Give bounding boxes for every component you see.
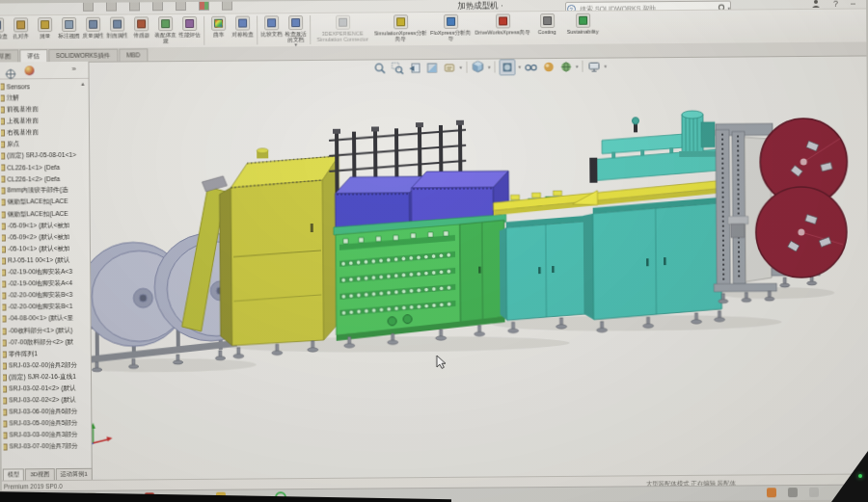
part-icon <box>2 199 6 206</box>
open-icon[interactable] <box>106 3 117 12</box>
display-manager-icon[interactable] <box>24 66 34 75</box>
tree-item[interactable]: -07-00散料部分<2> (默 <box>3 336 90 349</box>
part-icon <box>2 257 6 264</box>
tool-检查激活的文档[interactable]: 检查激活的文档▾ <box>284 14 308 46</box>
options-gear-icon[interactable] <box>222 2 232 11</box>
tool-质量属性[interactable]: 质量属性 <box>81 16 105 39</box>
hopper-cabinet[interactable] <box>219 147 340 345</box>
tree-item[interactable]: 前视基准面 <box>1 103 88 116</box>
tree-item[interactable]: SRJ-03-05-00治具5部分 <box>3 418 90 431</box>
tree-item[interactable]: (固定) SJR-02-16-直线1 <box>3 371 90 383</box>
tree-item[interactable]: CL226-1<1> (Defa <box>1 161 88 173</box>
zoom-fit-icon[interactable] <box>372 61 387 75</box>
tree-item[interactable]: -05-09<1> (默认<被加 <box>2 220 89 232</box>
view-orientation-cube-icon[interactable] <box>471 60 485 74</box>
minimize-icon[interactable]: ‒ <box>851 0 855 9</box>
tree-item[interactable]: SRJ-03-07-00治具7部分 <box>4 441 91 454</box>
tree-item[interactable]: 原点 <box>1 138 88 150</box>
tool-SimulationXpress分析向导[interactable]: SimulationXpress分析向导 <box>372 13 428 42</box>
green-control-machine[interactable] <box>334 214 507 340</box>
tree-item[interactable]: -05-10<1> (默认<被加 <box>2 243 89 255</box>
ribbon-tab-SOLIDWORKS插件[interactable]: SOLIDWORKS插件 <box>48 49 118 63</box>
tool-干涉检查[interactable]: 干涉检查 <box>0 16 9 39</box>
undo-icon[interactable] <box>176 2 186 11</box>
tool-传感器[interactable]: 传感器 <box>129 15 153 38</box>
tree-item[interactable]: -02-20-00地脚安装B<3 <box>2 289 89 302</box>
tree-item[interactable]: SRJ-03-03-00治具3部分 <box>3 430 90 442</box>
tool-对称检查[interactable]: 对称检查 <box>231 14 255 37</box>
edit-appearance-icon[interactable] <box>541 60 556 74</box>
tool-3DEXPERIENCE Simulation Connector[interactable]: 3DEXPERIENCE Simulation Connector <box>312 13 372 42</box>
rebuild-icon[interactable] <box>199 2 209 11</box>
print-icon[interactable] <box>152 2 163 11</box>
tool-Sustainability[interactable]: Sustainability <box>561 13 604 35</box>
toolbar-caret[interactable]: ▾ <box>605 64 608 69</box>
tree-item[interactable]: -00收料部分<1> (默认) <box>3 325 90 337</box>
tree-item[interactable]: 钢勋型LACE扣(LACE <box>2 208 89 221</box>
dynamic-annotation-icon[interactable] <box>442 60 456 74</box>
tree-item[interactable]: 上视基准面 <box>1 115 88 127</box>
tree-item[interactable]: SRJ-03-02-01<2> (默认 <box>3 383 90 395</box>
tree-item[interactable]: -04-08-00<1> (默认<显 <box>2 313 89 326</box>
feature-manager-tabs: » <box>0 64 89 80</box>
tree-item[interactable]: -02-19-00地脚安装A<3 <box>2 266 89 278</box>
previous-view-icon[interactable] <box>407 61 421 75</box>
tray-app-light-icon[interactable] <box>809 488 819 497</box>
toolbar-caret[interactable]: ▾ <box>576 64 579 69</box>
expand-panel-chevron-icon[interactable]: » <box>71 65 76 73</box>
tree-item[interactable]: -02-20-00地脚安装B<1 <box>2 302 89 314</box>
toolbar-caret[interactable]: ▾ <box>488 65 491 70</box>
tree-item[interactable]: -05-09<2> (默认<被加 <box>2 231 89 244</box>
tool-剖面属性[interactable]: 剖面属性 <box>105 15 129 38</box>
ribbon-tab-MBD[interactable]: MBD <box>119 48 148 61</box>
tool-比较文档[interactable]: 比较文档 <box>259 14 284 37</box>
tool-测量[interactable]: 测量 <box>33 16 57 39</box>
tree-item[interactable]: SRJ-03-06-00治具6部分 <box>3 406 90 418</box>
display-style-icon[interactable] <box>499 59 515 75</box>
tape-spool-bottom[interactable] <box>755 187 847 278</box>
hide-show-items-icon[interactable] <box>524 60 538 74</box>
tray-app-orange-icon[interactable] <box>767 488 776 497</box>
tree-item[interactable]: Sensors <box>1 80 88 92</box>
tool-FloXpress分析向导[interactable]: FloXpress分析向导 <box>428 13 473 42</box>
tree-item[interactable]: -02-19-00地脚安装A<4 <box>2 277 89 290</box>
tree-item[interactable]: CL226-1<2> (Defa <box>1 173 88 186</box>
apply-scene-icon[interactable] <box>558 59 573 73</box>
toolbar-caret[interactable]: ▾ <box>519 64 522 69</box>
toolbar-separator <box>583 61 583 72</box>
heads-up-view-toolbar: ▾ ▾ ▾ ▾ ▾ <box>372 58 607 77</box>
tree-item[interactable]: RJ-05-11 00<1> (默认 <box>2 254 89 267</box>
view-settings-icon[interactable] <box>587 59 602 73</box>
new-icon[interactable] <box>83 3 94 12</box>
help-menu[interactable]: ? <box>833 0 838 9</box>
tree-item[interactable]: 右视基准面 <box>1 126 88 139</box>
tree-item[interactable]: 8mm内顶铰手部件(选 <box>1 185 88 198</box>
3d-viewport[interactable] <box>57 78 868 470</box>
ribbon-tab-评估[interactable]: 评估 <box>19 49 47 62</box>
tree-item[interactable]: 零件阵列1 <box>3 348 90 360</box>
tool-装配体直观[interactable]: 装配体直观 <box>153 15 177 43</box>
tool-性能评估[interactable]: 性能评估 <box>177 15 202 38</box>
tree-item[interactable]: 钢勋型LACE扣(LACE <box>2 197 89 209</box>
tree-item[interactable]: (固定) SRJ-05-08-01<1> <box>1 149 88 162</box>
zoom-area-icon[interactable] <box>390 61 404 75</box>
ribbon-separator <box>257 15 258 44</box>
tool-icon <box>38 17 52 32</box>
section-view-icon[interactable] <box>424 60 439 74</box>
tool-DriveWorksXpress向导[interactable]: DriveWorksXpress向导 <box>473 13 532 36</box>
ribbon-tabs: 草图评估SOLIDWORKS插件MBD <box>0 48 149 62</box>
tool-曲率[interactable]: 曲率 <box>206 15 231 38</box>
teal-mid-cabinet[interactable] <box>500 197 587 321</box>
toolbar-caret[interactable]: ▾ <box>459 65 462 70</box>
tree-item[interactable]: SRJ-03-02-02<2> (默认 <box>3 394 90 407</box>
tree-item[interactable]: SRJ-03-02-00治具2部分 <box>3 359 90 372</box>
tray-app-gray-icon[interactable] <box>788 488 798 497</box>
save-icon[interactable] <box>129 2 140 11</box>
tool-标注视图[interactable]: 标注视图 <box>57 16 81 39</box>
tool-孔对齐[interactable]: 孔对齐 <box>9 16 33 39</box>
ribbon-tab-草图[interactable]: 草图 <box>0 49 18 62</box>
press-machine[interactable] <box>583 111 726 320</box>
tool-Costing[interactable]: Costing <box>532 13 561 35</box>
part-icon <box>2 270 6 277</box>
tree-item[interactable]: 注解 <box>1 92 88 104</box>
